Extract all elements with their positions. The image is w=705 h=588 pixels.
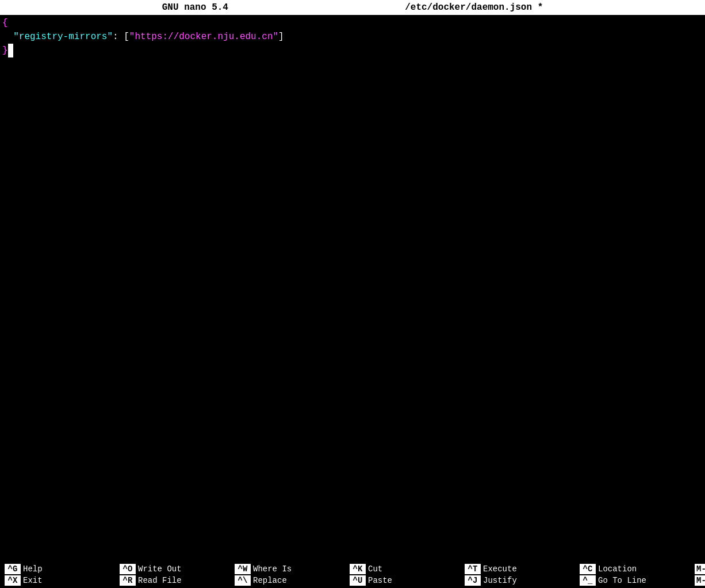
shortcut-writeout[interactable]: ^O Write Out <box>120 564 235 574</box>
shortcut-key-writeout: ^O <box>120 564 136 574</box>
shortcut-label-readfile: Read File <box>138 576 182 585</box>
shortcut-key-help: ^G <box>5 564 21 574</box>
shortcut-row-2: ^X Exit ^R Read File ^\ Replace ^U Paste… <box>0 575 705 586</box>
shortcut-undo[interactable]: M-U Undo <box>695 564 705 574</box>
shortcut-execute[interactable]: ^T Execute <box>465 564 580 574</box>
shortcut-key-exit: ^X <box>5 575 21 586</box>
title-bar: GNU nano 5.4 /etc/docker/daemon.json * <box>0 0 705 15</box>
shortcut-label-writeout: Write Out <box>138 564 182 574</box>
shortcut-paste[interactable]: ^U Paste <box>350 575 465 586</box>
shortcut-label-replace: Replace <box>253 576 287 585</box>
shortcut-label-cut: Cut <box>368 564 382 574</box>
shortcut-key-paste: ^U <box>350 575 366 586</box>
shortcut-replace[interactable]: ^\ Replace <box>235 575 350 586</box>
shortcut-whereis[interactable]: ^W Where Is <box>235 564 350 574</box>
shortcut-justify[interactable]: ^J Justify <box>465 575 580 586</box>
shortcut-cut[interactable]: ^K Cut <box>350 564 465 574</box>
shortcut-label-gotoline: Go To Line <box>598 576 646 585</box>
shortcut-label-execute: Execute <box>483 564 517 574</box>
editor-line-2: "registry-mirrors": ["https://docker.nju… <box>2 30 703 44</box>
shortcut-key-undo: M-U <box>695 564 705 574</box>
shortcut-key-gotoline: ^_ <box>580 575 596 586</box>
shortcut-key-execute: ^T <box>465 564 481 574</box>
shortcut-key-location: ^C <box>580 564 596 574</box>
shortcut-key-readfile: ^R <box>120 575 136 586</box>
shortcut-key-justify: ^J <box>465 575 481 586</box>
shortcut-label-whereis: Where Is <box>253 564 292 574</box>
file-name: /etc/docker/daemon.json * <box>405 2 543 13</box>
shortcut-key-redo: M-E <box>695 575 705 586</box>
shortcut-key-whereis: ^W <box>235 564 251 574</box>
shortcut-help[interactable]: ^G Help <box>5 564 120 574</box>
shortcut-label-justify: Justify <box>483 576 517 585</box>
shortcut-gotoline[interactable]: ^_ Go To Line <box>580 575 695 586</box>
shortcut-label-paste: Paste <box>368 576 392 585</box>
editor-line-1: { <box>2 16 703 30</box>
shortcut-redo[interactable]: M-E Redo <box>695 575 705 586</box>
shortcut-label-exit: Exit <box>23 576 43 585</box>
shortcut-label-location: Location <box>598 564 637 574</box>
shortcut-readfile[interactable]: ^R Read File <box>120 575 235 586</box>
shortcut-location[interactable]: ^C Location <box>580 564 695 574</box>
shortcut-exit[interactable]: ^X Exit <box>5 575 120 586</box>
editor-area[interactable]: { "registry-mirrors": ["https://docker.n… <box>0 15 705 562</box>
shortcut-row-1: ^G Help ^O Write Out ^W Where Is ^K Cut … <box>0 564 705 574</box>
shortcut-label-help: Help <box>23 564 43 574</box>
app-name: GNU nano 5.4 <box>162 2 228 13</box>
shortcut-bar: ^G Help ^O Write Out ^W Where Is ^K Cut … <box>0 562 705 588</box>
shortcut-key-replace: ^\ <box>235 575 251 586</box>
editor-line-3: } <box>2 44 703 57</box>
shortcut-key-cut: ^K <box>350 564 366 574</box>
